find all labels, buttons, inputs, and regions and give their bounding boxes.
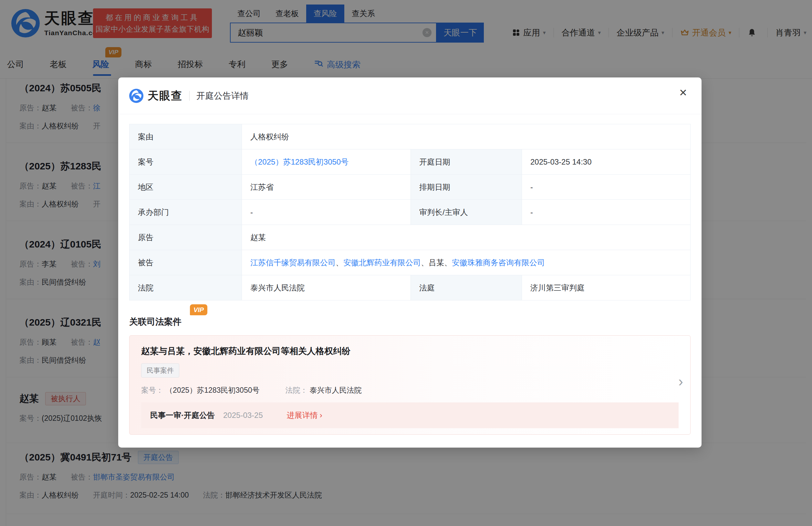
modal-header: 天眼查 开庭公告详情 ✕ — [118, 77, 701, 114]
page: 天眼查 TianYanCha.com 都在用的商业查询工具 国家中小企业发展子基… — [0, 0, 812, 526]
related-case-card[interactable]: 赵某与吕某，安徽北辉药业有限公司等相关人格权纠纷 民事案件 案号： （2025）… — [129, 335, 691, 435]
detail-label-cell: 原告 — [130, 225, 242, 250]
detail-value-cell: 2025-03-25 14:30 — [522, 149, 691, 175]
detail-value-text: 、 — [336, 258, 343, 267]
case-type-badge: 民事案件 — [141, 363, 179, 378]
detail-table-row: 原告赵某 — [130, 225, 691, 250]
modal-title: 开庭公告详情 — [197, 90, 249, 102]
case-no-value: （2025）苏1283民初3050号 — [165, 385, 260, 395]
detail-label-cell: 开庭日期 — [411, 149, 522, 175]
related-cases-header: VIP 关联司法案件 — [129, 316, 691, 328]
close-icon[interactable]: ✕ — [679, 88, 687, 98]
hearing-detail-modal: 天眼查 开庭公告详情 ✕ 案由人格权纠纷案号（2025）苏1283民初3050号… — [118, 77, 701, 448]
progress-date: 2025-03-25 — [223, 411, 263, 420]
detail-value-cell: - — [522, 200, 691, 225]
detail-value-text: - — [250, 208, 253, 216]
related-cases-title: 关联司法案件 — [129, 316, 182, 328]
detail-value-cell: 泰兴市人民法院 — [242, 275, 411, 300]
detail-value-text: 、 — [444, 258, 452, 267]
detail-value-text: 人格权纠纷 — [250, 132, 289, 141]
detail-value-text: 2025-03-25 14:30 — [530, 157, 592, 166]
detail-table-row: 法院泰兴市人民法院法庭济川第三审判庭 — [130, 275, 691, 300]
detail-label-cell: 案号 — [130, 149, 242, 175]
detail-value-cell: 人格权纠纷 — [242, 124, 691, 149]
detail-value-link[interactable]: （2025）苏1283民初3050号 — [250, 157, 348, 166]
detail-value-text: 赵某 — [250, 233, 266, 242]
modal-brand: 天眼查 — [148, 88, 183, 103]
detail-value-link[interactable]: 江苏信千缘贸易有限公司 — [250, 258, 336, 267]
case-progress-row: 民事一审·开庭公告 2025-03-25 进展详情› — [141, 402, 679, 428]
detail-value-cell: 济川第三审判庭 — [522, 275, 691, 300]
modal-header-divider — [189, 91, 190, 101]
case-no-label: 案号： — [141, 385, 163, 395]
detail-value-link[interactable]: 安徽珠雅商务咨询有限公司 — [452, 258, 545, 267]
detail-label-cell: 排期日期 — [411, 175, 522, 200]
chevron-right-icon: › — [320, 411, 322, 420]
detail-value-cell: - — [242, 200, 411, 225]
tianyancha-logo-icon — [129, 89, 143, 103]
detail-value-text: 济川第三审判庭 — [530, 283, 585, 292]
detail-label-cell: 地区 — [130, 175, 242, 200]
detail-table-row: 案由人格权纠纷 — [130, 124, 691, 149]
detail-value-text: - — [530, 183, 533, 191]
detail-label-cell: 审判长/主审人 — [411, 200, 522, 225]
detail-table-row: 案号（2025）苏1283民初3050号开庭日期2025-03-25 14:30 — [130, 149, 691, 175]
detail-value-text: 、 — [421, 258, 429, 267]
detail-label-cell: 案由 — [130, 124, 242, 149]
hearing-detail-table: 案由人格权纠纷案号（2025）苏1283民初3050号开庭日期2025-03-2… — [129, 124, 691, 300]
progress-detail-link[interactable]: 进展详情› — [287, 410, 322, 420]
detail-value-cell: 江苏省 — [242, 175, 411, 200]
chevron-right-icon[interactable]: › — [678, 374, 683, 389]
detail-value-cell: （2025）苏1283民初3050号 — [242, 149, 411, 175]
vip-badge: VIP — [190, 304, 207, 315]
detail-value-cell: 江苏信千缘贸易有限公司、安徽北辉药业有限公司、吕某、安徽珠雅商务咨询有限公司 — [242, 250, 691, 275]
detail-value-text: - — [530, 208, 533, 216]
detail-label-cell: 被告 — [130, 250, 242, 275]
detail-label-cell: 承办部门 — [130, 200, 242, 225]
detail-label-cell: 法院 — [130, 275, 242, 300]
case-title: 赵某与吕某，安徽北辉药业有限公司等相关人格权纠纷 — [141, 345, 679, 357]
detail-value-text: 泰兴市人民法院 — [250, 283, 305, 292]
detail-value-text: 吕某 — [429, 258, 444, 267]
court-label: 法院： — [286, 385, 308, 395]
detail-value-link[interactable]: 安徽北辉药业有限公司 — [343, 258, 421, 267]
detail-value-cell: - — [522, 175, 691, 200]
detail-value-text: 江苏省 — [250, 183, 274, 191]
detail-label-cell: 法庭 — [411, 275, 522, 300]
detail-table-row: 承办部门-审判长/主审人- — [130, 200, 691, 225]
case-meta: 案号： （2025）苏1283民初3050号 法院： 泰兴市人民法院 — [141, 385, 679, 395]
court-value: 泰兴市人民法院 — [310, 385, 362, 395]
detail-table-row: 被告江苏信千缘贸易有限公司、安徽北辉药业有限公司、吕某、安徽珠雅商务咨询有限公司 — [130, 250, 691, 275]
detail-value-cell: 赵某 — [242, 225, 691, 250]
progress-stage: 民事一审·开庭公告 — [150, 410, 215, 420]
detail-table-row: 地区江苏省排期日期- — [130, 175, 691, 200]
